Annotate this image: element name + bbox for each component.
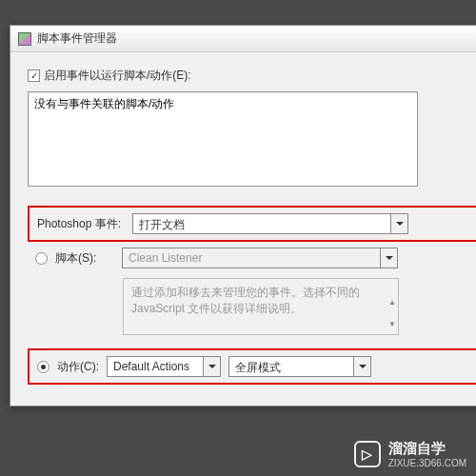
action-radio[interactable] [37,361,50,373]
script-row: 脚本(S): Clean Listener [35,248,476,268]
scroll-down-icon: ▼ [388,320,396,328]
action-name-value: 全屏模式 [229,357,353,376]
enable-events-label: 启用事件以运行脚本/动作(E): [44,68,191,84]
script-label: 脚本(S): [55,250,114,267]
enable-events-row: ✓ 启用事件以运行脚本/动作(E): [28,68,476,84]
description-text: 通过添加和移去来管理您的事件。选择不同的 JavaScript 文件以获得详细说… [131,286,360,315]
dialog-content: ✓ 启用事件以运行脚本/动作(E): 没有与事件关联的脚本/动作 Photosh… [10,52,476,406]
window-title: 脚本事件管理器 [37,30,117,47]
script-dropdown: Clean Listener [122,248,398,268]
photoshop-event-label: Photoshop 事件: [37,216,125,232]
watermark-sub: ZIXUE.3D66.COM [388,458,466,468]
action-set-dropdown[interactable]: Default Actions [107,356,221,377]
events-listbox[interactable]: 没有与事件关联的脚本/动作 [28,91,418,187]
watermark-main: 溜溜自学 [388,440,466,458]
enable-events-checkbox[interactable]: ✓ [28,69,40,82]
action-row: 动作(C): Default Actions 全屏模式 [37,356,476,377]
action-selection-group: 动作(C): Default Actions 全屏模式 [28,348,476,385]
chevron-down-icon [203,357,220,376]
photoshop-event-row: Photoshop 事件: 打开文档 [37,213,476,234]
titlebar[interactable]: 脚本事件管理器 [10,26,476,52]
description-box: 通过添加和移去来管理您的事件。选择不同的 JavaScript 文件以获得详细说… [123,278,399,335]
photoshop-event-dropdown[interactable]: 打开文档 [132,213,408,234]
watermark-text: 溜溜自学 ZIXUE.3D66.COM [388,440,466,468]
scroll-up-icon: ▲ [388,298,396,307]
event-selection-group: Photoshop 事件: 打开文档 [28,206,476,242]
app-icon [18,32,31,46]
action-name-dropdown[interactable]: 全屏模式 [228,356,371,377]
chevron-down-icon [353,357,370,376]
action-set-value: Default Actions [108,357,203,376]
chevron-down-icon [380,248,397,268]
listbox-empty-text: 没有与事件关联的脚本/动作 [34,97,174,110]
script-radio[interactable] [35,252,48,265]
watermark: ▷ 溜溜自学 ZIXUE.3D66.COM [354,440,466,468]
action-label: 动作(C): [57,359,99,375]
dialog-window: 脚本事件管理器 ✓ 启用事件以运行脚本/动作(E): 没有与事件关联的脚本/动作… [10,25,476,407]
photoshop-event-value: 打开文档 [133,214,390,233]
script-value: Clean Listener [123,248,380,268]
chevron-down-icon [390,214,407,233]
play-icon: ▷ [354,441,381,467]
description-scrollbar[interactable]: ▲ ▼ [388,298,396,328]
